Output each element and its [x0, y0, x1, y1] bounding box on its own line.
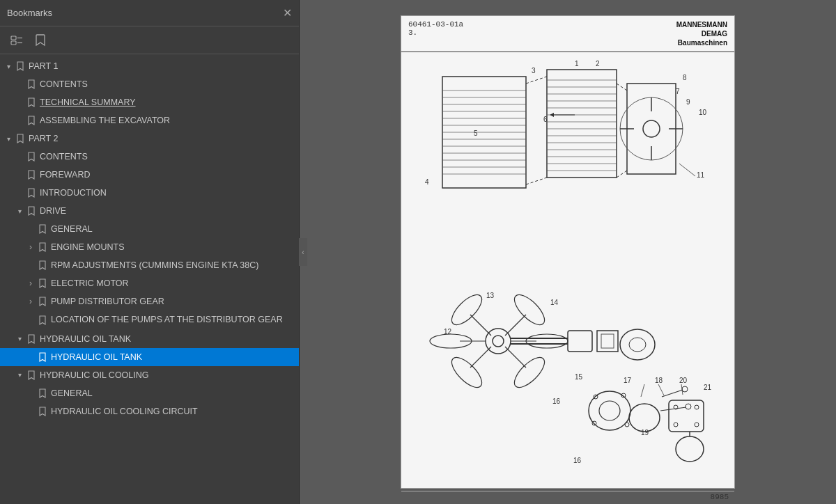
- svg-point-81: [629, 404, 660, 432]
- tree-item-foreward[interactable]: FOREWARD: [0, 166, 299, 184]
- tree-item-general2[interactable]: GENERAL: [0, 384, 299, 402]
- chevron-right-icon: ›: [25, 297, 36, 306]
- svg-point-63: [510, 353, 550, 393]
- item-label: HYDRAULIC OIL COOLING: [40, 370, 296, 380]
- svg-rect-18: [547, 70, 617, 178]
- chevron-right-icon: ›: [25, 242, 36, 252]
- document-panel: 60461-03-01a 3. MANNESMANN DEMAG Baumasc…: [300, 0, 836, 504]
- tree-item-hyd-oil-tank[interactable]: HYDRAULIC OIL TANK: [0, 348, 299, 366]
- svg-point-94: [695, 423, 699, 427]
- document-header: 60461-03-01a 3. MANNESMANN DEMAG Baumasc…: [401, 16, 734, 52]
- svg-marker-57: [550, 113, 554, 117]
- item-label: GENERAL: [51, 224, 296, 234]
- collapse-panel-handle[interactable]: ‹: [299, 238, 307, 266]
- tree-item-hyd-cooling-circuit[interactable]: HYDRAULIC OIL COOLING CIRCUIT: [0, 402, 299, 420]
- svg-rect-74: [568, 331, 592, 352]
- bookmarks-list[interactable]: ▾ PART 1 CONTENTS TECHNICAL SUMMARY: [0, 54, 299, 504]
- tree-item-drive[interactable]: ▾ DRIVE: [0, 202, 299, 220]
- item-label: HYDRAULIC OIL TANK: [40, 334, 296, 344]
- svg-point-89: [686, 404, 691, 409]
- svg-text:1: 1: [575, 60, 579, 68]
- tree-item-location-pumps[interactable]: LOCATION OF THE PUMPS AT THE DISTRIBUTOR…: [0, 310, 299, 330]
- item-label: HYDRAULIC OIL TANK: [51, 352, 296, 362]
- bookmark-icon: [26, 97, 36, 108]
- svg-point-87: [682, 386, 688, 392]
- item-label: DRIVE: [40, 206, 296, 216]
- tree-item-pump-distributor[interactable]: › PUMP DISTRIBUTOR GEAR: [0, 292, 299, 310]
- svg-text:15: 15: [575, 373, 583, 381]
- technical-diagram: 1 2 3 4 5 6 7 8 9 10 11: [408, 52, 728, 491]
- brand-line1: MANNESMANN: [676, 20, 727, 29]
- bookmark-icon: [38, 260, 47, 271]
- svg-text:10: 10: [699, 109, 707, 116]
- svg-text:20: 20: [679, 377, 688, 384]
- bookmark-icon: [15, 133, 25, 144]
- tree-item-part1[interactable]: ▾ PART 1: [0, 57, 299, 75]
- bookmark-icon: [26, 169, 36, 180]
- bookmark-view-button[interactable]: [32, 32, 49, 49]
- tree-item-general1[interactable]: GENERAL: [0, 220, 299, 238]
- tree-item-hyd-oil-cooling-section[interactable]: ▾ HYDRAULIC OIL COOLING: [0, 366, 299, 384]
- bookmark-icon: [38, 242, 47, 253]
- item-label: ELECTRIC MOTOR: [51, 278, 296, 288]
- item-label: GENERAL: [51, 388, 296, 398]
- svg-line-67: [505, 315, 526, 336]
- bookmark-icon: [26, 187, 36, 198]
- brand-line2: DEMAG: [676, 29, 727, 38]
- svg-text:3: 3: [532, 67, 536, 74]
- chevron-icon: ▾: [14, 207, 25, 215]
- svg-text:11: 11: [697, 171, 705, 179]
- tree-item-assembling[interactable]: ASSEMBLING THE EXCAVATOR: [0, 111, 299, 129]
- svg-line-69: [505, 347, 526, 368]
- svg-text:9: 9: [686, 98, 690, 106]
- svg-line-68: [470, 347, 491, 368]
- svg-line-108: [641, 384, 644, 397]
- svg-point-58: [486, 329, 511, 354]
- tree-item-engine-mounts[interactable]: › ENGINE MOUNTS: [0, 238, 299, 256]
- svg-point-95: [676, 436, 704, 462]
- item-label: ASSEMBLING THE EXCAVATOR: [40, 116, 296, 125]
- document-content: 1 2 3 4 5 6 7 8 9 10 11: [401, 52, 734, 491]
- bookmark-icon: [26, 205, 36, 216]
- chevron-icon: ▾: [3, 135, 14, 143]
- svg-point-93: [674, 423, 678, 427]
- tree-item-rpm-adjustments[interactable]: RPM ADJUSTMENTS (CUMMINS ENGINE KTA 38C): [0, 256, 299, 274]
- bookmarks-toolbar: [0, 26, 299, 54]
- bookmarks-header: Bookmarks ✕: [0, 0, 299, 26]
- tree-item-technical-summary[interactable]: TECHNICAL SUMMARY: [0, 93, 299, 111]
- svg-text:18: 18: [655, 377, 663, 384]
- svg-line-109: [658, 384, 664, 395]
- close-button[interactable]: ✕: [283, 8, 292, 19]
- svg-text:21: 21: [704, 384, 712, 391]
- bookmark-icon: [38, 388, 47, 399]
- item-label: PUMP DISTRIBUTOR GEAR: [51, 297, 296, 306]
- bookmark-icon: [26, 333, 36, 345]
- tree-item-part2[interactable]: ▾ PART 2: [0, 129, 299, 148]
- doc-ref-line1: 60461-03-01a: [408, 20, 463, 29]
- svg-text:17: 17: [624, 377, 632, 384]
- bookmark-icon: [26, 370, 36, 381]
- svg-line-66: [470, 315, 491, 336]
- tree-item-contents1[interactable]: CONTENTS: [0, 75, 299, 93]
- svg-point-61: [510, 290, 550, 330]
- svg-rect-0: [11, 36, 16, 40]
- tree-item-electric-motor[interactable]: › ELECTRIC MOTOR: [0, 274, 299, 292]
- panel-title: Bookmarks: [7, 8, 52, 18]
- tree-item-contents2[interactable]: CONTENTS: [0, 148, 299, 166]
- bookmark-icon: [38, 278, 47, 289]
- tree-item-introduction[interactable]: INTRODUCTION: [0, 184, 299, 202]
- item-label: CONTENTS: [40, 152, 296, 162]
- svg-line-43: [617, 171, 627, 178]
- expand-all-button[interactable]: [7, 33, 26, 47]
- bookmark-icon: [38, 315, 47, 326]
- chevron-icon: ▾: [14, 335, 25, 342]
- svg-point-59: [493, 336, 504, 347]
- document-reference: 60461-03-01a 3.: [408, 20, 463, 37]
- svg-text:14: 14: [550, 299, 559, 306]
- svg-text:12: 12: [444, 328, 452, 336]
- svg-line-42: [617, 84, 627, 90]
- chevron-icon: ▾: [14, 371, 25, 379]
- tree-item-hyd-oil-tank-section[interactable]: ▾ HYDRAULIC OIL TANK: [0, 330, 299, 348]
- svg-text:4: 4: [425, 178, 429, 186]
- bookmark-icon: [15, 61, 25, 72]
